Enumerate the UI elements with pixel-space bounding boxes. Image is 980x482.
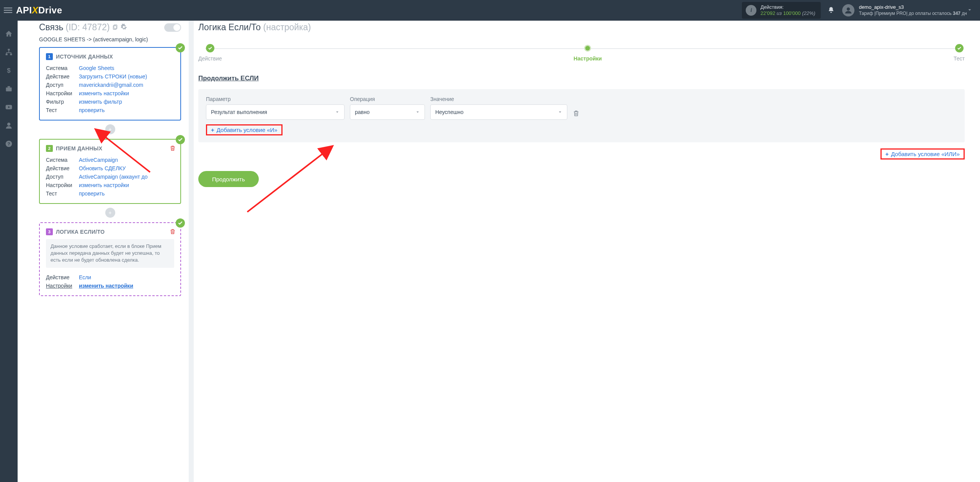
dest-settings[interactable]: изменить настройки [79,182,129,188]
credits-pct: (22%) [802,10,815,16]
trash-icon[interactable] [170,145,176,152]
home-icon[interactable] [5,30,13,37]
check-icon [176,218,185,228]
val-select[interactable]: Неуспешно [430,104,567,120]
op-label: Операция [350,96,425,102]
svg-rect-1 [4,10,12,11]
dest-system[interactable]: ActiveCampaign [79,157,118,163]
chevron-down-icon [558,110,562,114]
dest-action[interactable]: Обновить СДЕЛКУ [79,165,126,171]
sitemap-icon[interactable] [5,48,13,56]
add-or-button[interactable]: +Добавить условие «ИЛИ» [880,148,965,160]
credits-text: Действия: 22'092 из 100'000 (22%) [760,4,815,17]
logo[interactable]: APIXDrive [16,5,62,16]
source-settings[interactable]: изменить настройки [79,90,129,96]
logic-card[interactable]: 3ЛОГИКА ЕСЛИ/ТО Данное условие сработает… [39,222,181,296]
svg-rect-0 [4,8,12,8]
continue-button[interactable]: Продолжить [198,171,259,187]
logic-settings[interactable]: изменить настройки [79,283,133,289]
step-settings[interactable]: Настройки [573,44,602,62]
main-panel: Логика Если/То (настройка) Действие Наст… [194,21,980,482]
source-card[interactable]: 1ИСТОЧНИК ДАННЫХ СистемаGoogle Sheets Де… [39,47,181,120]
sidebar-panel: Связь (ID: 47872) GOOGLE SHEETS -> (acti… [18,21,189,482]
svg-rect-9 [8,86,10,87]
menu-icon[interactable] [0,6,16,15]
info-icon: i [746,5,756,16]
help-icon[interactable]: ? [5,140,13,148]
user-icon[interactable] [5,122,13,129]
connection-toggle[interactable] [164,23,181,32]
connection-id: (ID: 47872) [66,22,110,33]
svg-rect-8 [6,88,12,91]
logic-action[interactable]: Если [79,274,91,280]
val-label: Значение [430,96,567,102]
user-info: demo_apix-drive_s3 Тариф |Премиум PRO| д… [859,4,967,16]
svg-text:$: $ [7,67,11,74]
param-label: Параметр [206,96,345,102]
connection-label: Связь [39,22,64,33]
source-test[interactable]: проверить [79,107,105,113]
add-and-button[interactable]: +Добавить условие «И» [206,124,283,135]
page-title: Логика Если/То (настройка) [198,22,965,33]
step-action[interactable]: Действие [198,44,222,62]
svg-point-3 [847,8,850,11]
tariff-days: 347 [953,11,960,16]
credits-badge[interactable]: i Действия: 22'092 из 100'000 (22%) [742,2,820,19]
svg-rect-6 [10,54,12,55]
briefcase-icon[interactable] [5,85,13,93]
youtube-icon[interactable] [5,103,13,111]
add-between-1[interactable]: + [105,124,115,134]
user-name: demo_apix-drive_s3 [859,4,967,10]
source-access[interactable]: maverickandrii@gmail.com [79,82,143,88]
avatar-icon [842,4,854,16]
dollar-icon[interactable]: $ [5,67,13,74]
param-field: Параметр Результат выполнения [206,96,345,120]
connection-path: GOOGLE SHEETS -> (activecampaign, logic) [39,36,181,42]
dest-title: ПРИЕМ ДАННЫХ [56,145,102,151]
stepper: Действие Настройки Тест [198,44,965,62]
svg-rect-2 [4,12,12,13]
credits-used: 22'092 [760,10,775,16]
svg-rect-4 [8,49,10,50]
svg-text:?: ? [7,141,10,146]
section-title: Продолжить ЕСЛИ [198,75,965,82]
check-icon [176,135,185,144]
dest-access[interactable]: ActiveCampaign (аккаунт до [79,174,147,180]
source-system[interactable]: Google Sheets [79,65,114,71]
credits-of: из [777,10,782,16]
bell-icon[interactable] [828,7,835,15]
check-icon [176,43,185,52]
logic-desc: Данное условие сработает, если в блоке П… [46,239,174,268]
chevron-down-icon [415,110,420,114]
source-title: ИСТОЧНИК ДАННЫХ [56,54,113,60]
trash-icon[interactable] [170,228,176,236]
user-menu[interactable]: demo_apix-drive_s3 Тариф |Премиум PRO| д… [842,4,967,16]
condition-group: Параметр Результат выполнения Операция р… [198,89,965,142]
tariff-prefix: Тариф |Премиум PRO| до оплаты осталось [859,11,953,16]
chevron-down-icon[interactable] [967,7,972,14]
credits-total: 100'000 [783,10,801,16]
copy-icon[interactable] [112,22,118,33]
dest-card[interactable]: 2ПРИЕМ ДАННЫХ СистемаActiveCampaign Дейс… [39,139,181,204]
leftnav: $ ? [0,21,18,482]
step-test[interactable]: Тест [954,44,965,62]
svg-point-11 [7,123,10,126]
svg-rect-5 [6,54,8,55]
val-field: Значение Неуспешно [430,96,567,120]
credits-label: Действия: [760,4,815,10]
topbar: APIXDrive i Действия: 22'092 из 100'000 … [0,0,980,21]
chevron-down-icon [335,110,340,114]
logic-title: ЛОГИКА ЕСЛИ/ТО [56,229,105,235]
connection-title-row: Связь (ID: 47872) [39,22,181,33]
tariff-suffix: дн [960,11,967,16]
delete-condition-icon[interactable] [573,110,580,120]
source-action[interactable]: Загрузить СТРОКИ (новые) [79,73,147,80]
source-filter[interactable]: изменить фильтр [79,99,122,105]
op-select[interactable]: равно [350,104,425,120]
dest-test[interactable]: проверить [79,191,105,197]
op-field: Операция равно [350,96,425,120]
param-select[interactable]: Результат выполнения [206,104,345,120]
gear-icon[interactable] [121,22,127,33]
add-between-2[interactable]: + [105,208,115,218]
